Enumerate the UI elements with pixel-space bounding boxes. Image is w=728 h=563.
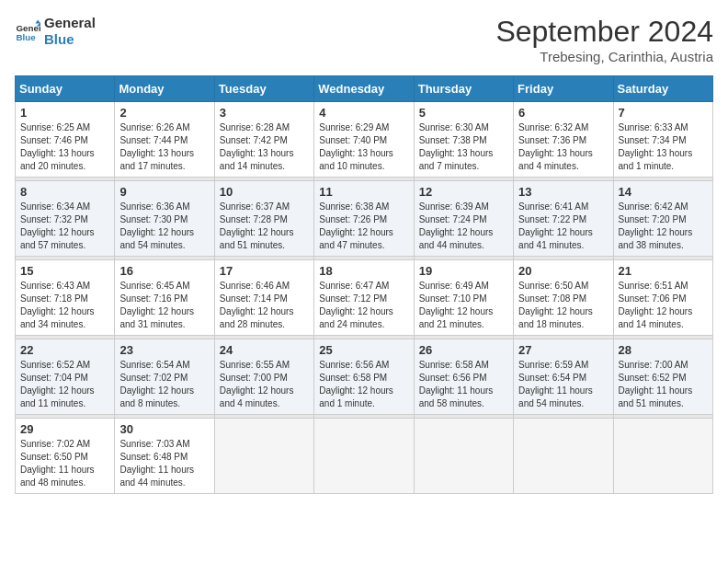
cell-info: Sunrise: 7:02 AM Sunset: 6:50 PM Dayligh…: [20, 438, 109, 489]
col-sunday: Sunday: [16, 76, 115, 102]
day-number: 21: [619, 264, 708, 278]
day-number: 3: [220, 106, 309, 120]
cell-info: Sunrise: 6:43 AM Sunset: 7:18 PM Dayligh…: [20, 280, 109, 331]
day-number: 6: [518, 106, 608, 120]
calendar-cell: [414, 419, 513, 494]
calendar-cell: 28 Sunrise: 7:00 AM Sunset: 6:52 PM Dayl…: [613, 339, 712, 415]
cell-info: Sunrise: 7:00 AM Sunset: 6:52 PM Dayligh…: [619, 359, 708, 410]
calendar-cell: [314, 419, 414, 494]
calendar-cell: [214, 419, 313, 494]
day-number: 18: [319, 264, 408, 278]
col-monday: Monday: [115, 76, 214, 102]
cell-info: Sunrise: 6:52 AM Sunset: 7:04 PM Dayligh…: [20, 359, 109, 410]
title-block: September 2024 Trebesing, Carinthia, Aus…: [495, 15, 713, 64]
cell-info: Sunrise: 6:50 AM Sunset: 7:08 PM Dayligh…: [518, 280, 608, 331]
day-number: 7: [619, 106, 708, 120]
cell-info: Sunrise: 6:33 AM Sunset: 7:34 PM Dayligh…: [619, 121, 708, 173]
svg-marker-2: [35, 19, 40, 23]
day-number: 9: [119, 185, 209, 199]
calendar-cell: 23 Sunrise: 6:54 AM Sunset: 7:02 PM Dayl…: [115, 339, 214, 415]
day-number: 30: [119, 422, 209, 436]
day-number: 10: [220, 185, 309, 199]
calendar-cell: 5 Sunrise: 6:30 AM Sunset: 7:38 PM Dayli…: [414, 102, 513, 178]
calendar-cell: 6 Sunrise: 6:32 AM Sunset: 7:36 PM Dayli…: [514, 102, 613, 178]
calendar-cell: 2 Sunrise: 6:26 AM Sunset: 7:44 PM Dayli…: [115, 102, 214, 178]
calendar-cell: 27 Sunrise: 6:59 AM Sunset: 6:54 PM Dayl…: [514, 339, 613, 415]
cell-info: Sunrise: 6:30 AM Sunset: 7:38 PM Dayligh…: [419, 121, 508, 173]
col-saturday: Saturday: [613, 76, 712, 102]
cell-info: Sunrise: 6:46 AM Sunset: 7:14 PM Dayligh…: [220, 280, 309, 331]
col-thursday: Thursday: [414, 76, 513, 102]
calendar-cell: 20 Sunrise: 6:50 AM Sunset: 7:08 PM Dayl…: [514, 260, 613, 336]
cell-info: Sunrise: 7:03 AM Sunset: 6:48 PM Dayligh…: [119, 438, 209, 489]
logo-icon: General Blue: [15, 18, 40, 44]
cell-info: Sunrise: 6:26 AM Sunset: 7:44 PM Dayligh…: [119, 121, 209, 173]
calendar-cell: 29 Sunrise: 7:02 AM Sunset: 6:50 PM Dayl…: [16, 419, 115, 494]
calendar-row: 22 Sunrise: 6:52 AM Sunset: 7:04 PM Dayl…: [16, 339, 713, 415]
calendar-cell: 25 Sunrise: 6:56 AM Sunset: 6:58 PM Dayl…: [314, 339, 414, 415]
calendar-cell: 3 Sunrise: 6:28 AM Sunset: 7:42 PM Dayli…: [214, 102, 313, 178]
calendar-row: 15 Sunrise: 6:43 AM Sunset: 7:18 PM Dayl…: [16, 260, 713, 336]
cell-info: Sunrise: 6:42 AM Sunset: 7:20 PM Dayligh…: [619, 201, 708, 252]
calendar-cell: 24 Sunrise: 6:55 AM Sunset: 7:00 PM Dayl…: [214, 339, 313, 415]
cell-info: Sunrise: 6:54 AM Sunset: 7:02 PM Dayligh…: [119, 359, 209, 410]
day-number: 5: [419, 106, 508, 120]
day-number: 29: [20, 422, 109, 436]
calendar-cell: 9 Sunrise: 6:36 AM Sunset: 7:30 PM Dayli…: [115, 181, 214, 257]
calendar-cell: 13 Sunrise: 6:41 AM Sunset: 7:22 PM Dayl…: [514, 181, 613, 257]
calendar-cell: 1 Sunrise: 6:25 AM Sunset: 7:46 PM Dayli…: [16, 102, 115, 178]
day-number: 4: [319, 106, 408, 120]
cell-info: Sunrise: 6:36 AM Sunset: 7:30 PM Dayligh…: [119, 201, 209, 252]
day-number: 20: [518, 264, 608, 278]
calendar-cell: [514, 419, 613, 494]
calendar-cell: 22 Sunrise: 6:52 AM Sunset: 7:04 PM Dayl…: [16, 339, 115, 415]
day-number: 25: [319, 343, 408, 357]
cell-info: Sunrise: 6:32 AM Sunset: 7:36 PM Dayligh…: [518, 121, 608, 173]
svg-text:Blue: Blue: [16, 32, 36, 42]
calendar-cell: 30 Sunrise: 7:03 AM Sunset: 6:48 PM Dayl…: [115, 419, 214, 494]
calendar-cell: 8 Sunrise: 6:34 AM Sunset: 7:32 PM Dayli…: [16, 181, 115, 257]
calendar-cell: 21 Sunrise: 6:51 AM Sunset: 7:06 PM Dayl…: [613, 260, 712, 336]
calendar-cell: 10 Sunrise: 6:37 AM Sunset: 7:28 PM Dayl…: [214, 181, 313, 257]
calendar-cell: 7 Sunrise: 6:33 AM Sunset: 7:34 PM Dayli…: [613, 102, 712, 178]
location-subtitle: Trebesing, Carinthia, Austria: [495, 49, 713, 64]
calendar-cell: 19 Sunrise: 6:49 AM Sunset: 7:10 PM Dayl…: [414, 260, 513, 336]
cell-info: Sunrise: 6:34 AM Sunset: 7:32 PM Dayligh…: [20, 201, 109, 252]
page-header: General Blue General Blue September 2024…: [15, 15, 713, 64]
day-number: 17: [220, 264, 309, 278]
day-number: 28: [619, 343, 708, 357]
day-number: 15: [20, 264, 109, 278]
calendar-cell: 16 Sunrise: 6:45 AM Sunset: 7:16 PM Dayl…: [115, 260, 214, 336]
logo-line2: Blue: [44, 31, 96, 48]
header-row: Sunday Monday Tuesday Wednesday Thursday…: [16, 76, 713, 102]
calendar-row: 29 Sunrise: 7:02 AM Sunset: 6:50 PM Dayl…: [16, 419, 713, 494]
cell-info: Sunrise: 6:39 AM Sunset: 7:24 PM Dayligh…: [419, 201, 508, 252]
cell-info: Sunrise: 6:56 AM Sunset: 6:58 PM Dayligh…: [319, 359, 408, 410]
cell-info: Sunrise: 6:28 AM Sunset: 7:42 PM Dayligh…: [220, 121, 309, 173]
calendar-cell: 4 Sunrise: 6:29 AM Sunset: 7:40 PM Dayli…: [314, 102, 414, 178]
calendar-cell: [613, 419, 712, 494]
day-number: 26: [419, 343, 508, 357]
cell-info: Sunrise: 6:37 AM Sunset: 7:28 PM Dayligh…: [220, 201, 309, 252]
cell-info: Sunrise: 6:38 AM Sunset: 7:26 PM Dayligh…: [319, 201, 408, 252]
calendar-row: 8 Sunrise: 6:34 AM Sunset: 7:32 PM Dayli…: [16, 181, 713, 257]
day-number: 16: [119, 264, 209, 278]
day-number: 19: [419, 264, 508, 278]
day-number: 22: [20, 343, 109, 357]
day-number: 23: [119, 343, 209, 357]
logo: General Blue General Blue: [15, 15, 96, 48]
day-number: 14: [619, 185, 708, 199]
day-number: 24: [220, 343, 309, 357]
calendar-cell: 11 Sunrise: 6:38 AM Sunset: 7:26 PM Dayl…: [314, 181, 414, 257]
cell-info: Sunrise: 6:45 AM Sunset: 7:16 PM Dayligh…: [119, 280, 209, 331]
col-friday: Friday: [514, 76, 613, 102]
cell-info: Sunrise: 6:49 AM Sunset: 7:10 PM Dayligh…: [419, 280, 508, 331]
day-number: 27: [518, 343, 608, 357]
calendar-cell: 15 Sunrise: 6:43 AM Sunset: 7:18 PM Dayl…: [16, 260, 115, 336]
calendar-row: 1 Sunrise: 6:25 AM Sunset: 7:46 PM Dayli…: [16, 102, 713, 178]
calendar-cell: 17 Sunrise: 6:46 AM Sunset: 7:14 PM Dayl…: [214, 260, 313, 336]
day-number: 13: [518, 185, 608, 199]
cell-info: Sunrise: 6:41 AM Sunset: 7:22 PM Dayligh…: [518, 201, 608, 252]
calendar-cell: 18 Sunrise: 6:47 AM Sunset: 7:12 PM Dayl…: [314, 260, 414, 336]
col-wednesday: Wednesday: [314, 76, 414, 102]
